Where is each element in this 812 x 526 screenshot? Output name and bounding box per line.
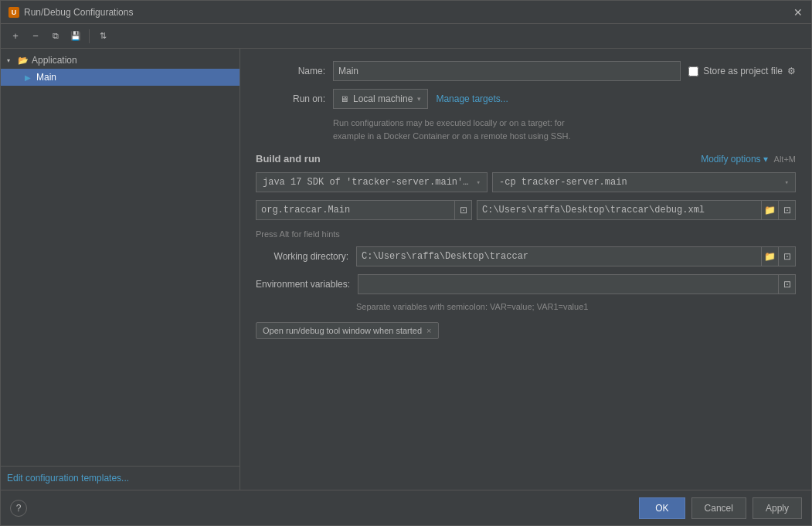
run-on-dropdown-arrow: ▾ bbox=[417, 95, 421, 103]
build-run-section-header: Build and run Modify options ▾ Alt+M bbox=[256, 153, 796, 165]
class-debugxml-row: ⊡ 📁 ⊡ bbox=[256, 200, 796, 220]
env-vars-row: Environment variables: ⊡ bbox=[256, 274, 796, 294]
run-debug-dialog: U Run/Debug Configurations ✕ + − ⧉ 💾 ⇅ ▾… bbox=[0, 0, 812, 526]
tag-remove-button[interactable]: × bbox=[426, 326, 431, 335]
working-dir-label: Working directory: bbox=[256, 251, 348, 262]
cp-dropdown-arrow: ▾ bbox=[785, 178, 789, 187]
tree-item-main[interactable]: ▶ Main bbox=[1, 69, 240, 86]
save-configuration-button[interactable]: 💾 bbox=[67, 28, 84, 45]
remove-configuration-button[interactable]: − bbox=[27, 28, 44, 45]
main-app-icon: ▶ bbox=[22, 73, 33, 82]
run-on-row: Run on: 🖥 Local machine ▾ Manage targets… bbox=[256, 89, 796, 109]
store-project-file-checkbox[interactable] bbox=[688, 66, 698, 76]
computer-icon: 🖥 bbox=[340, 94, 348, 104]
apply-button[interactable]: Apply bbox=[753, 497, 802, 519]
tree-arrow-application: ▾ bbox=[7, 57, 15, 64]
build-run-title: Build and run bbox=[256, 153, 321, 165]
working-dir-row: Working directory: 📁 ⊡ bbox=[256, 246, 796, 266]
sdk-dropdown-arrow: ▾ bbox=[477, 178, 481, 187]
edit-templates-link[interactable]: Edit configuration templates... bbox=[7, 473, 129, 484]
alt-hint: Alt+M bbox=[774, 154, 796, 164]
tree-item-application[interactable]: ▾ 📂 Application bbox=[1, 52, 240, 69]
dialog-title: Run/Debug Configurations bbox=[24, 7, 133, 18]
ok-button[interactable]: OK bbox=[639, 497, 685, 519]
close-button[interactable]: ✕ bbox=[793, 7, 804, 18]
working-dir-input-wrap: 📁 ⊡ bbox=[356, 246, 796, 266]
bottom-bar: ? OK Cancel Apply bbox=[1, 490, 811, 525]
env-vars-label: Environment variables: bbox=[256, 279, 350, 290]
name-store-row: Name: Store as project file ⚙ bbox=[256, 61, 796, 81]
run-on-dropdown[interactable]: 🖥 Local machine ▾ bbox=[333, 89, 428, 109]
sdk-dropdown[interactable]: java 17 SDK of 'tracker-server.main' mod… bbox=[256, 172, 488, 192]
tree-main-label: Main bbox=[36, 72, 56, 83]
debug-xml-input[interactable] bbox=[477, 200, 762, 220]
right-panel: Name: Store as project file ⚙ Run on: 🖥 … bbox=[240, 49, 811, 490]
sort-button[interactable]: ⇅ bbox=[94, 28, 111, 45]
cancel-button[interactable]: Cancel bbox=[691, 497, 746, 519]
title-bar-left: U Run/Debug Configurations bbox=[8, 7, 133, 18]
env-vars-input[interactable] bbox=[358, 274, 779, 294]
sdk-cp-row: java 17 SDK of 'tracker-server.main' mod… bbox=[256, 172, 796, 192]
manage-targets-link[interactable]: Manage targets... bbox=[436, 93, 508, 104]
env-var-input-wrap: ⊡ bbox=[358, 274, 796, 294]
working-dir-browse-button[interactable]: 📁 bbox=[762, 246, 779, 266]
tree-area: ▾ 📂 Application ▶ Main bbox=[1, 49, 240, 466]
tree-application-label: Application bbox=[32, 55, 77, 66]
local-machine-label: Local machine bbox=[353, 93, 413, 104]
debug-xml-expand-button[interactable]: ⊡ bbox=[779, 200, 796, 220]
run-on-description: Run configurations may be executed local… bbox=[333, 117, 796, 142]
name-label: Name: bbox=[256, 66, 325, 76]
debug-xml-input-wrap: 📁 ⊡ bbox=[477, 200, 796, 220]
env-vars-browse-button[interactable]: ⊡ bbox=[779, 274, 796, 294]
help-button[interactable]: ? bbox=[10, 500, 27, 517]
debug-xml-browse-button[interactable]: 📁 bbox=[762, 200, 779, 220]
working-dir-vars-button[interactable]: ⊡ bbox=[779, 246, 796, 266]
application-folder-icon: 📂 bbox=[18, 56, 29, 66]
class-browse-button[interactable]: ⊡ bbox=[455, 200, 472, 220]
left-bottom: Edit configuration templates... bbox=[1, 466, 240, 490]
sdk-value: java 17 SDK of 'tracker-server.main' mod… bbox=[263, 177, 474, 188]
add-configuration-button[interactable]: + bbox=[7, 28, 24, 45]
env-hint: Separate variables with semicolon: VAR=v… bbox=[356, 302, 796, 311]
tag-chip-row: Open run/debug tool window when started … bbox=[256, 322, 796, 339]
toolbar-separator bbox=[89, 29, 90, 43]
class-input[interactable] bbox=[256, 200, 455, 220]
copy-configuration-button[interactable]: ⧉ bbox=[47, 28, 64, 45]
left-panel: ▾ 📂 Application ▶ Main Edit configuratio… bbox=[1, 49, 240, 490]
field-hint: Press Alt for field hints bbox=[256, 229, 796, 239]
title-bar: U Run/Debug Configurations ✕ bbox=[1, 1, 811, 24]
cp-dropdown[interactable]: -cp tracker-server.main ▾ bbox=[492, 172, 796, 192]
main-content: ▾ 📂 Application ▶ Main Edit configuratio… bbox=[1, 49, 811, 490]
action-buttons: OK Cancel Apply bbox=[639, 497, 802, 519]
tag-label: Open run/debug tool window when started bbox=[263, 326, 422, 335]
open-tool-window-tag: Open run/debug tool window when started … bbox=[256, 322, 439, 339]
app-icon: U bbox=[8, 7, 19, 18]
cp-value: -cp tracker-server.main bbox=[499, 177, 782, 188]
modify-options-button[interactable]: Modify options ▾ bbox=[701, 154, 767, 165]
store-gear-icon[interactable]: ⚙ bbox=[787, 66, 796, 76]
working-dir-input[interactable] bbox=[356, 246, 762, 266]
store-row: Store as project file ⚙ bbox=[688, 66, 796, 76]
name-input[interactable] bbox=[333, 61, 681, 81]
class-input-wrap: ⊡ bbox=[256, 200, 472, 220]
toolbar: + − ⧉ 💾 ⇅ bbox=[1, 24, 811, 49]
store-project-file-label: Store as project file bbox=[703, 66, 783, 76]
run-on-label: Run on: bbox=[256, 93, 325, 104]
